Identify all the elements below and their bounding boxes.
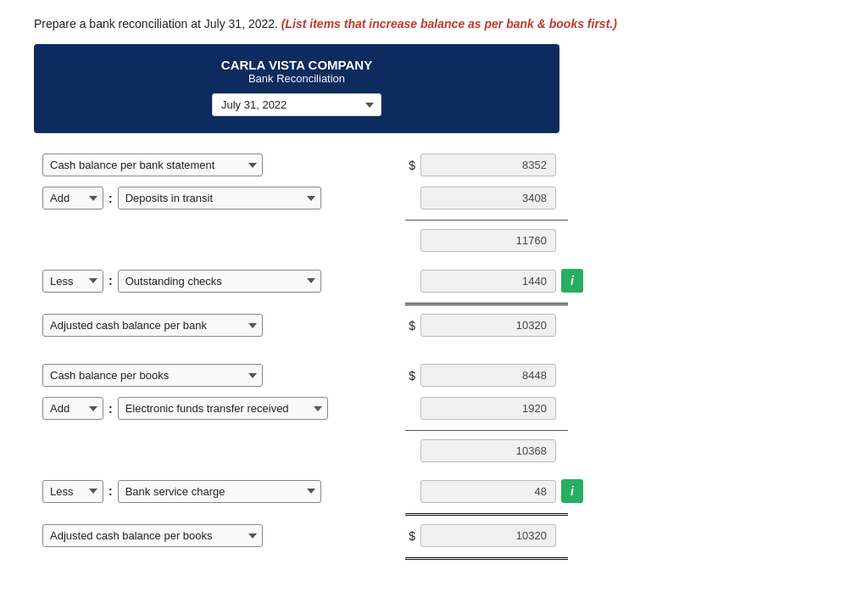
instructions-main: Prepare a bank reconciliation at July 31… xyxy=(34,17,278,31)
bank-subtotal-row xyxy=(42,229,610,252)
books-less-info-button[interactable]: i xyxy=(561,479,583,503)
books-add-modifier-select[interactable]: Add xyxy=(42,397,103,420)
divider-line-3 xyxy=(405,430,568,431)
bank-less-modifier-select[interactable]: Less xyxy=(42,270,103,293)
instructions: Prepare a bank reconciliation at July 31… xyxy=(34,17,834,31)
dollar-sign-books: $ xyxy=(398,369,415,383)
dollar-sign-bank: $ xyxy=(398,159,415,172)
instructions-highlight: (List items that increase balance as per… xyxy=(281,17,617,31)
dollar-sign-adjusted-books: $ xyxy=(398,529,415,543)
books-adjusted-select[interactable]: Adjusted cash balance per books xyxy=(42,524,263,547)
divider-line-4 xyxy=(405,513,568,516)
bank-less-info-button[interactable]: i xyxy=(561,269,583,293)
bank-less-colon: : xyxy=(108,274,113,288)
books-add-input[interactable] xyxy=(420,397,556,420)
books-final-divider xyxy=(42,557,568,560)
divider-line-2 xyxy=(405,303,568,305)
bank-add-modifier-select[interactable]: Add xyxy=(42,187,103,209)
bank-less-input[interactable] xyxy=(420,270,556,293)
bank-adjusted-divider xyxy=(42,303,568,305)
bank-add-colon: : xyxy=(108,192,113,205)
books-less-colon: : xyxy=(108,484,113,498)
books-add-item-select[interactable]: Electronic funds transfer received xyxy=(118,397,328,420)
subtitle: Bank Reconciliation xyxy=(51,72,542,85)
divider-line-5 xyxy=(405,557,568,560)
company-name: CARLA VISTA COMPANY xyxy=(51,58,542,72)
bank-adjusted-select[interactable]: Adjusted cash balance per bank xyxy=(42,314,263,337)
books-less-item-select[interactable]: Bank service charge xyxy=(118,480,321,503)
date-select[interactable]: July 31, 2022 xyxy=(212,93,381,116)
books-subtotal-input[interactable] xyxy=(420,439,556,462)
bank-subtotal-input[interactable] xyxy=(420,229,556,252)
bank-subtotal-divider xyxy=(42,220,568,221)
books-balance-select[interactable]: Cash balance per books xyxy=(42,364,263,387)
bank-adjusted-row: Adjusted cash balance per bank $ xyxy=(42,314,610,337)
bank-balance-select[interactable]: Cash balance per bank statement xyxy=(42,154,263,176)
books-adjusted-divider xyxy=(42,513,568,516)
content-area: Cash balance per bank statement $ Add : … xyxy=(34,154,610,560)
bank-balance-row: Cash balance per bank statement $ xyxy=(42,154,610,176)
books-add-colon: : xyxy=(108,402,113,416)
books-less-row: Less : Bank service charge i xyxy=(42,479,610,503)
books-less-input[interactable] xyxy=(420,480,556,503)
books-adjusted-input[interactable] xyxy=(420,524,556,547)
bank-less-row: Less : Outstanding checks i xyxy=(42,269,610,293)
reconciliation-header: CARLA VISTA COMPANY Bank Reconciliation … xyxy=(34,44,559,133)
bank-balance-input[interactable] xyxy=(420,154,556,176)
bank-add-item-select[interactable]: Deposits in transit xyxy=(118,187,321,209)
books-less-modifier-select[interactable]: Less xyxy=(42,480,103,503)
bank-add-row: Add : Deposits in transit xyxy=(42,187,610,209)
books-subtotal-row xyxy=(42,439,610,462)
divider-line-1 xyxy=(405,220,568,221)
dollar-sign-adjusted-bank: $ xyxy=(398,319,415,332)
bank-adjusted-input[interactable] xyxy=(420,314,556,337)
books-add-row: Add : Electronic funds transfer received xyxy=(42,397,610,420)
bank-less-item-select[interactable]: Outstanding checks xyxy=(118,270,321,293)
books-balance-input[interactable] xyxy=(420,364,556,387)
books-adjusted-row: Adjusted cash balance per books $ xyxy=(42,524,610,547)
books-subtotal-divider xyxy=(42,430,568,431)
bank-add-input[interactable] xyxy=(420,187,556,209)
books-balance-row: Cash balance per books $ xyxy=(42,364,610,387)
